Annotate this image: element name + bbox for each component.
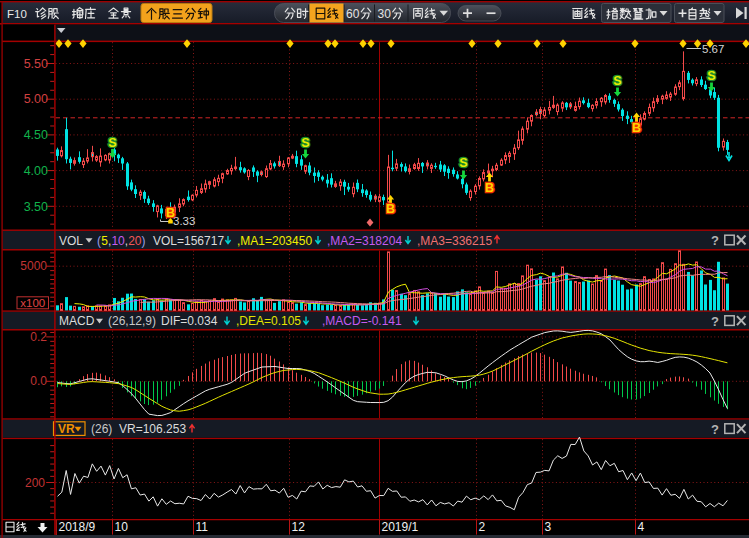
svg-text:4: 4 [638,520,645,534]
svg-text:12: 12 [292,520,306,534]
svg-text:10: 10 [111,234,125,248]
svg-text:5.00: 5.00 [24,92,48,106]
svg-text:S: S [108,136,116,150]
svg-text:B: B [632,121,641,135]
svg-text:DIF=0.034: DIF=0.034 [161,314,218,328]
svg-text:5000: 5000 [20,259,47,273]
svg-text:20: 20 [128,234,142,248]
svg-text:S: S [707,69,715,83]
svg-text:MACD: MACD [59,314,95,328]
svg-text:5.50: 5.50 [24,57,48,71]
svg-text:,MA3=336215: ,MA3=336215 [417,234,492,248]
svg-text:VOL=156717: VOL=156717 [153,234,224,248]
svg-text:VR: VR [58,422,75,436]
svg-text:(26,12,9): (26,12,9) [108,314,156,328]
svg-text:,MACD=-0.141: ,MACD=-0.141 [322,314,402,328]
svg-text:B: B [166,206,175,220]
svg-text:30: 30 [378,7,392,21]
svg-text:?: ? [711,233,719,248]
svg-text:S: S [459,156,467,170]
svg-text:,DEA=0.105: ,DEA=0.105 [236,314,301,328]
svg-text:60: 60 [346,7,360,21]
svg-text:4.00: 4.00 [24,164,48,178]
svg-text:,MA2=318204: ,MA2=318204 [327,234,402,248]
svg-text:S: S [301,136,309,150]
svg-text:): ) [142,234,146,248]
svg-text:11: 11 [196,520,209,534]
svg-text:B: B [485,181,494,195]
svg-text:F10: F10 [7,8,27,20]
svg-text:B: B [386,202,395,216]
svg-text:2: 2 [479,520,486,534]
svg-text:0.0: 0.0 [30,374,47,388]
svg-text:2019/1: 2019/1 [382,520,419,534]
svg-text:5.67: 5.67 [702,43,724,55]
svg-text:4.50: 4.50 [24,128,48,142]
svg-text:3.33: 3.33 [173,215,195,227]
svg-text:3.50: 3.50 [24,200,48,214]
svg-text:(26): (26) [91,422,112,436]
svg-text:200: 200 [25,476,45,490]
svg-text:VR=106.253: VR=106.253 [119,422,186,436]
svg-text:x100: x100 [20,297,45,309]
svg-text:0.2: 0.2 [30,330,47,344]
svg-text:?: ? [711,422,719,437]
svg-text:?: ? [711,314,719,329]
svg-text:3: 3 [545,520,552,534]
svg-text:2018/9: 2018/9 [59,520,96,534]
svg-text:VOL: VOL [59,234,83,248]
svg-text:10: 10 [115,520,129,534]
svg-text:S: S [613,74,621,88]
svg-text:,MA1=203450: ,MA1=203450 [237,234,312,248]
